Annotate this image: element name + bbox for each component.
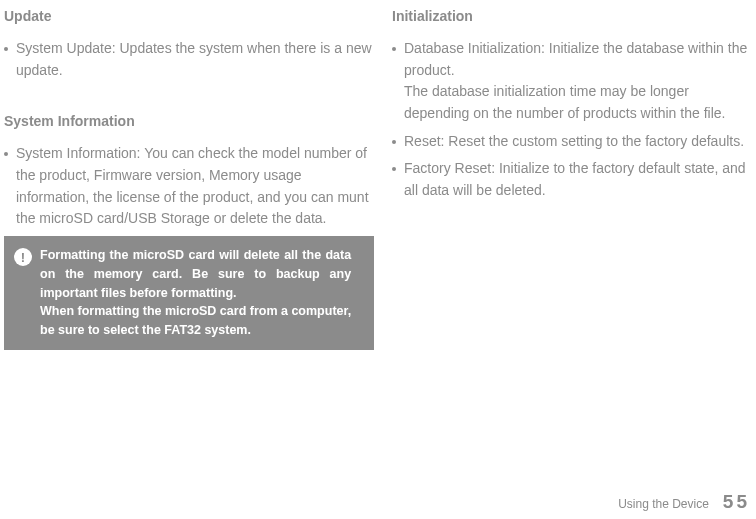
init-title: Initialization: [392, 8, 756, 24]
init-item-text-0: Database Initialization: Initialize the …: [404, 38, 756, 125]
page-number: 55: [723, 491, 750, 513]
update-title: Update: [4, 8, 374, 24]
list-item: System Information: You can check the mo…: [4, 143, 374, 230]
footer-label: Using the Device: [618, 497, 709, 511]
init-item-text-2: Factory Reset: Initialize to the factory…: [404, 158, 756, 201]
page-footer: Using the Device 55: [618, 491, 750, 513]
alert-icon: !: [14, 248, 32, 266]
list-item: Factory Reset: Initialize to the factory…: [392, 158, 756, 201]
warning-callout: ! Formatting the microSD card will delet…: [4, 236, 374, 350]
sysinfo-item-text: System Information: You can check the mo…: [16, 143, 374, 230]
bullet-icon: [392, 140, 396, 144]
warning-text: Formatting the microSD card will delete …: [40, 246, 351, 340]
list-item: Database Initialization: Initialize the …: [392, 38, 756, 125]
list-item: System Update: Updates the system when t…: [4, 38, 374, 81]
list-item: Reset: Reset the custom setting to the f…: [392, 131, 756, 153]
init-item-text-1: Reset: Reset the custom setting to the f…: [404, 131, 744, 153]
bullet-icon: [392, 167, 396, 171]
bullet-icon: [4, 47, 8, 51]
bullet-icon: [4, 152, 8, 156]
update-item-text: System Update: Updates the system when t…: [16, 38, 374, 81]
bullet-icon: [392, 47, 396, 51]
sysinfo-title: System Information: [4, 113, 374, 129]
